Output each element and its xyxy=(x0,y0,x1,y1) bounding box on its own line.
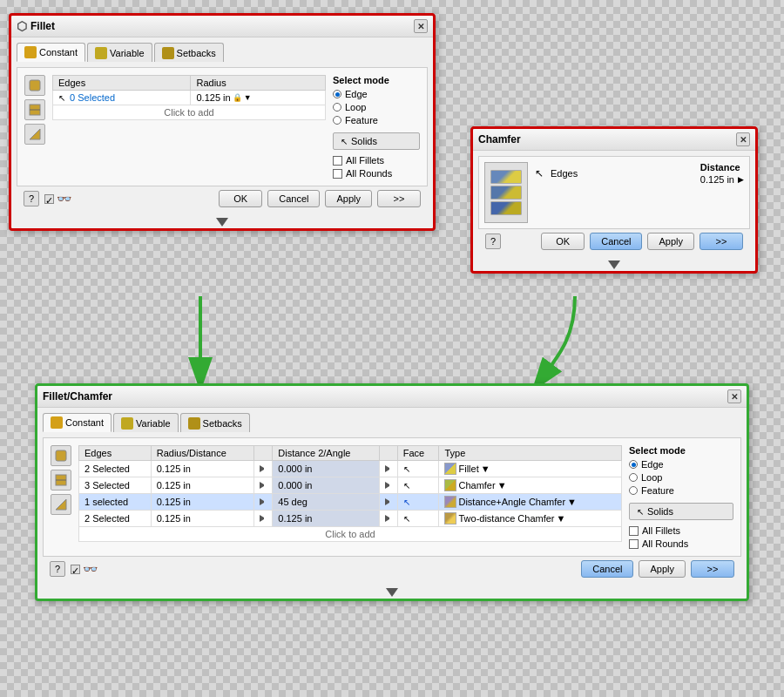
fc-toolbar-icon-1[interactable] xyxy=(51,445,71,466)
fillet-toolbar-icon-1[interactable] xyxy=(24,75,45,96)
all-fillets-checkbox[interactable]: All Fillets xyxy=(333,155,420,166)
table-row[interactable]: ↖ 0 Selected 0.125 in 🔒 ▼ xyxy=(53,91,326,105)
fc-radio-loop[interactable]: Loop xyxy=(629,472,733,483)
fc-tab-constant[interactable]: Constant xyxy=(43,413,112,432)
all-rounds-checkbox[interactable]: All Rounds xyxy=(333,168,420,179)
fillet-close-button[interactable]: ✕ xyxy=(414,19,428,33)
table-row[interactable]: 3 Selected 0.125 in 0.000 in ↖ Chamfer ▼ xyxy=(79,477,622,494)
fc-row4-arrow2 xyxy=(379,511,397,527)
fc-row4-face[interactable]: ↖ xyxy=(397,511,439,527)
fc-radio-feature-circle xyxy=(629,486,638,495)
fc-row3-radius: 0.125 in xyxy=(151,494,254,511)
radio-loop[interactable]: Loop xyxy=(333,102,420,112)
row3-dist2-expand-icon xyxy=(385,498,392,505)
fc-row4-radius: 0.125 in xyxy=(151,511,254,527)
fc-row3-face[interactable]: ↖ xyxy=(397,494,439,511)
fillet-ok-button[interactable]: OK xyxy=(219,190,262,207)
fc-col-edges: Edges xyxy=(79,446,152,461)
fillet-cancel-button[interactable]: Cancel xyxy=(267,190,320,207)
chamfer-help-button[interactable]: ? xyxy=(485,233,501,249)
fillet-help-button[interactable]: ? xyxy=(24,191,39,206)
fc-row3-arrow2 xyxy=(379,494,397,511)
fc-toolbar-icon-2[interactable] xyxy=(51,470,71,491)
radio-edge[interactable]: Edge xyxy=(333,89,420,99)
fc-all-fillets-checkbox[interactable]: All Fillets xyxy=(629,525,733,536)
fc-radio-feature[interactable]: Feature xyxy=(629,485,733,496)
fc-select-mode: Select mode Edge Loop Feature xyxy=(629,445,733,549)
fc-row1-type[interactable]: Fillet ▼ xyxy=(439,461,622,477)
fillet-action-buttons: OK Cancel Apply >> xyxy=(219,190,421,207)
fc-tab-setbacks[interactable]: Setbacks xyxy=(180,413,250,432)
fillet-title: Fillet xyxy=(30,20,55,32)
radio-feature[interactable]: Feature xyxy=(333,115,420,125)
chamfer-titlebar: Chamfer ✕ xyxy=(473,129,755,151)
chamfer-body: ↖ Edges Distance 0.125 in ▶ ? OK Cancel xyxy=(473,151,755,259)
row1-face-icon: ↖ xyxy=(403,464,410,474)
fc-radio-group: Edge Loop Feature xyxy=(629,459,733,496)
fillet-more-button[interactable]: >> xyxy=(377,190,421,207)
fc-bottom-left: ? ✓ 👓 xyxy=(50,561,98,577)
fc-cancel-button[interactable]: Cancel xyxy=(581,560,633,578)
row4-expand-icon xyxy=(260,515,267,522)
fc-row1-face[interactable]: ↖ xyxy=(397,461,439,477)
cursor-small-icon: ↖ xyxy=(341,137,348,146)
solids-button[interactable]: ↖ Solids xyxy=(333,132,420,150)
fc-row3-type[interactable]: Distance+Angle Chamfer ▼ xyxy=(439,494,622,511)
chamfer-cursor-icon: ↖ xyxy=(535,167,544,179)
cursor-icon: ↖ xyxy=(58,93,65,103)
fillet-apply-button[interactable]: Apply xyxy=(325,190,372,207)
chamfer-cancel-button[interactable]: Cancel xyxy=(590,233,642,250)
table-row[interactable]: 1 selected 0.125 in 45 deg ↖ Distance+An… xyxy=(79,494,622,511)
fc-toolbar-icon-3[interactable] xyxy=(51,494,71,515)
preview-checkbox[interactable]: ✓ xyxy=(44,194,54,204)
edges-selected-value: 0 Selected xyxy=(70,92,115,103)
fc-help-button[interactable]: ? xyxy=(50,561,65,577)
fc-row2-type[interactable]: Chamfer ▼ xyxy=(439,477,622,494)
fc-type-dropdown-2: Chamfer ▼ xyxy=(444,479,616,491)
fc-col-radius: Radius/Distance xyxy=(151,446,254,461)
fc-type-dropdown-3: Distance+Angle Chamfer ▼ xyxy=(444,496,616,508)
chamfer-ok-button[interactable]: OK xyxy=(541,233,585,250)
tab-setbacks[interactable]: Setbacks xyxy=(154,43,224,62)
fillet-triangle xyxy=(216,218,228,227)
tab-constant[interactable]: Constant xyxy=(17,43,85,62)
fc-row4-edges: 2 Selected xyxy=(79,511,152,527)
table-row[interactable]: 2 Selected 0.125 in 0.125 in ↖ Two-dista… xyxy=(79,511,622,527)
fc-row2-dist2: 0.000 in xyxy=(273,477,379,494)
chamfer-icon-1 xyxy=(490,170,522,184)
chamfer-bottom-row: ? OK Cancel Apply >> xyxy=(478,229,750,254)
row3-face-icon: ↖ xyxy=(403,497,410,507)
row2-expand-icon xyxy=(260,482,267,489)
fc-all-fillets-box xyxy=(629,526,639,536)
fc-more-button[interactable]: >> xyxy=(691,560,734,578)
fillet-dialog: ⬡ Fillet ✕ Constant Variable Setbacks xyxy=(9,13,436,231)
fillet-chamfer-close-button[interactable]: ✕ xyxy=(727,389,741,403)
fillet-toolbar-icon-2[interactable] xyxy=(24,99,45,120)
radio-feature-circle xyxy=(333,116,341,125)
table-row[interactable]: 2 Selected 0.125 in 0.000 in ↖ Fillet ▼ xyxy=(79,461,622,477)
row4-dist2-expand-icon xyxy=(385,515,392,522)
fc-tab-variable[interactable]: Variable xyxy=(113,413,179,432)
fc-apply-button[interactable]: Apply xyxy=(639,560,686,578)
chamfer-close-button[interactable]: ✕ xyxy=(736,132,750,146)
fc-col-dist2: Distance 2/Angle xyxy=(273,446,379,461)
fc-triangle xyxy=(386,588,398,597)
chamfer-more-button[interactable]: >> xyxy=(700,233,743,250)
fc-preview-checkbox[interactable]: ✓ xyxy=(71,565,80,574)
fc-constant-icon xyxy=(51,416,63,429)
fillet-chamfer-dialog: Fillet/Chamfer ✕ Constant Variable Setba… xyxy=(35,383,749,601)
radio-edge-circle xyxy=(333,90,341,98)
fc-row2-face[interactable]: ↖ xyxy=(397,477,439,494)
fc-solids-button[interactable]: ↖ Solids xyxy=(629,503,733,520)
fc-row4-type[interactable]: Two-distance Chamfer ▼ xyxy=(439,511,622,527)
chamfer-apply-button[interactable]: Apply xyxy=(647,233,694,250)
fillet-toolbar-icon-3[interactable] xyxy=(24,124,45,145)
fc-radio-edge[interactable]: Edge xyxy=(629,459,733,470)
radius-icon[interactable]: 🔒 xyxy=(233,93,242,102)
tab-variable[interactable]: Variable xyxy=(87,43,152,62)
fc-all-rounds-checkbox[interactable]: All Rounds xyxy=(629,538,733,549)
chamfer-edges-label: Edges xyxy=(551,168,578,179)
fillet-col-edges: Edges xyxy=(53,76,191,91)
fc-row2-arrow1 xyxy=(254,477,273,494)
radius-dropdown[interactable]: ▼ xyxy=(244,93,252,102)
